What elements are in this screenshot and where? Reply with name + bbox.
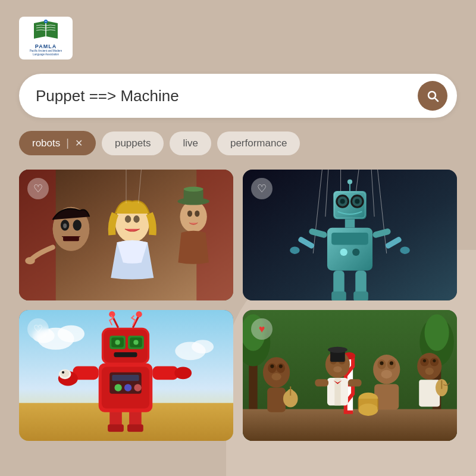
svg-point-138 xyxy=(417,353,441,380)
puppet-scene-2 xyxy=(243,170,457,300)
chip-robots-label: robots xyxy=(32,137,60,149)
svg-rect-78 xyxy=(152,367,178,380)
svg-point-93 xyxy=(136,311,142,317)
svg-point-135 xyxy=(358,403,378,416)
logo-full-name: Pacific Ancient and Modern Language Asso… xyxy=(26,49,66,57)
svg-point-11 xyxy=(25,257,35,264)
svg-rect-110 xyxy=(267,388,286,412)
svg-point-44 xyxy=(352,249,359,256)
svg-point-88 xyxy=(133,340,138,345)
svg-rect-53 xyxy=(331,292,346,300)
svg-point-77 xyxy=(62,371,64,374)
image-card-1[interactable]: ♡ xyxy=(19,170,233,300)
svg-point-119 xyxy=(333,367,342,372)
heart-btn-2[interactable]: ♡ xyxy=(251,178,273,199)
svg-point-8 xyxy=(73,220,82,231)
svg-point-100 xyxy=(424,314,449,351)
chip-robots-close[interactable]: ✕ xyxy=(75,139,83,148)
image-card-4[interactable]: ♥ xyxy=(243,310,457,441)
heart-icon-1: ♡ xyxy=(33,183,43,194)
chip-live[interactable]: live xyxy=(170,131,211,155)
svg-point-37 xyxy=(355,199,359,203)
chip-robots[interactable]: robots | ✕ xyxy=(19,131,96,155)
logo: PAMLA Pacific Ancient and Modern Languag… xyxy=(19,17,73,60)
svg-point-18 xyxy=(187,211,192,217)
svg-point-72 xyxy=(134,384,141,391)
svg-rect-10 xyxy=(63,236,79,241)
filter-chips: robots | ✕ puppets live performance xyxy=(19,131,457,155)
heart-btn-1[interactable]: ♡ xyxy=(27,178,49,199)
chip-puppets[interactable]: puppets xyxy=(102,131,164,155)
svg-point-143 xyxy=(425,368,434,375)
svg-point-70 xyxy=(114,384,121,391)
svg-point-129 xyxy=(380,361,383,365)
svg-point-19 xyxy=(195,211,199,217)
image-grid: ♡ xyxy=(19,170,457,441)
image-card-3[interactable]: ♡ xyxy=(19,310,233,441)
heart-icon-3: ♡ xyxy=(33,324,43,334)
search-icon xyxy=(425,89,440,103)
svg-rect-69 xyxy=(112,375,139,381)
svg-rect-64 xyxy=(108,424,124,431)
svg-point-130 xyxy=(390,361,393,365)
svg-point-141 xyxy=(423,359,426,362)
image-card-2[interactable]: ♡ xyxy=(243,170,457,300)
heart-icon-4: ♥ xyxy=(259,324,265,334)
puppet-scene-4 xyxy=(243,310,457,441)
svg-rect-65 xyxy=(127,424,143,431)
svg-rect-89 xyxy=(114,352,137,357)
puppet-scene-3 xyxy=(19,310,233,441)
svg-point-9 xyxy=(63,223,67,228)
svg-point-36 xyxy=(340,199,345,203)
logo-icon xyxy=(30,20,61,42)
svg-rect-146 xyxy=(441,380,442,389)
svg-point-61 xyxy=(192,340,214,353)
svg-point-79 xyxy=(174,367,192,380)
svg-point-13 xyxy=(125,215,131,223)
svg-point-22 xyxy=(184,187,203,192)
svg-point-126 xyxy=(373,355,400,384)
svg-point-104 xyxy=(263,357,290,387)
heart-icon-2: ♡ xyxy=(257,183,267,194)
svg-point-50 xyxy=(400,247,409,254)
svg-point-58 xyxy=(58,325,84,343)
svg-point-123 xyxy=(328,347,347,353)
svg-point-109 xyxy=(271,373,281,380)
logo-acronym: PAMLA xyxy=(35,43,57,49)
chip-performance-label: performance xyxy=(230,137,287,149)
svg-rect-42 xyxy=(331,233,368,245)
heart-btn-4[interactable]: ♥ xyxy=(251,318,273,340)
svg-point-39 xyxy=(347,179,352,184)
svg-point-43 xyxy=(340,249,347,256)
svg-point-47 xyxy=(290,247,299,254)
svg-point-108 xyxy=(279,364,283,368)
search-input[interactable] xyxy=(36,87,418,105)
chip-live-label: live xyxy=(183,137,198,149)
svg-rect-124 xyxy=(315,379,328,386)
heart-btn-3[interactable]: ♡ xyxy=(27,318,49,340)
svg-point-87 xyxy=(115,340,120,345)
svg-point-17 xyxy=(180,201,207,232)
svg-point-131 xyxy=(381,370,392,378)
svg-point-71 xyxy=(124,384,131,391)
svg-rect-125 xyxy=(348,379,362,386)
chip-divider: | xyxy=(66,137,69,149)
svg-rect-113 xyxy=(290,387,291,396)
svg-rect-54 xyxy=(353,292,368,300)
svg-rect-40 xyxy=(345,219,355,227)
svg-point-107 xyxy=(270,364,274,368)
search-bar xyxy=(19,74,457,118)
svg-point-142 xyxy=(433,359,436,362)
puppet-scene-1 xyxy=(19,170,233,300)
svg-point-14 xyxy=(133,215,139,223)
svg-point-76 xyxy=(61,370,69,377)
search-button[interactable] xyxy=(418,81,447,111)
chip-performance[interactable]: performance xyxy=(217,131,300,155)
chip-puppets-label: puppets xyxy=(115,137,151,149)
